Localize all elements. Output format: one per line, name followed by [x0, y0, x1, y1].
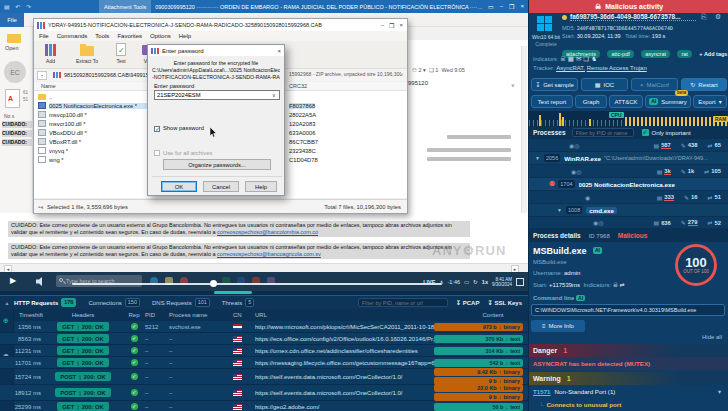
attachment-tools-tab[interactable]: Attachment Tools — [99, 0, 151, 13]
ssl-keys-download-button[interactable]: ↧SSL Keys — [487, 299, 522, 306]
content-badge[interactable]: 9 b↓binary — [434, 393, 523, 401]
content-badge[interactable]: 370 Kb↓text — [434, 335, 523, 343]
close-icon[interactable]: × — [520, 3, 524, 10]
ai-chip[interactable]: AI — [593, 247, 602, 254]
winrar-maximize-icon[interactable]: ❐ — [389, 22, 394, 29]
process-stats-row[interactable]: ◉◎ ▤3k ✎1k ⇄105 — [529, 165, 728, 178]
ai-summary-button[interactable]: AISummary — [645, 95, 691, 108]
crc32-column-header[interactable]: CRC32 — [289, 83, 307, 89]
extract-to-button[interactable]: Extract To — [67, 43, 107, 64]
process-row-cmd[interactable]: ▼ 1008 cmd.exe — [529, 204, 728, 217]
process-stats-row[interactable]: ◉ ▤333 ✎16 ⇄51 — [529, 191, 728, 204]
cancel-button[interactable]: Cancel — [203, 181, 239, 192]
process-stats-row[interactable]: ◉◎ ▤636 ✎279 ⇄52 — [529, 217, 728, 229]
password-dropdown-icon[interactable]: ∨ — [272, 92, 276, 98]
only-important-checkbox[interactable]: ✓ — [642, 129, 649, 136]
help-button[interactable]: Help — [245, 181, 277, 192]
task-uuid[interactable]: fa698795-36d6-4049-8058-6673578... — [570, 13, 696, 21]
maximize-icon[interactable]: ❐ — [509, 3, 514, 10]
content-badge[interactable]: 50 b↓text — [434, 403, 523, 411]
process-filter-input[interactable] — [572, 128, 634, 137]
warning-item[interactable]: T1571 Non-Standard Port (1) ▾ — [529, 385, 728, 398]
play-icon[interactable]: ▶ — [10, 276, 16, 285]
vm-screen[interactable]: ▤ ↶ ↷ Attachment Tools 0900309995120 ···… — [0, 0, 528, 295]
indicator-trojan-icon[interactable]: ♞ — [591, 55, 599, 62]
col-pid[interactable]: PID — [145, 312, 169, 318]
gear-icon[interactable]: ⚙ — [715, 13, 721, 21]
tag-asyncrat[interactable]: asyncrat — [641, 50, 670, 58]
get-sample-button[interactable]: ↧Get sample — [531, 78, 578, 91]
command-line-value[interactable]: C:\WINDOWS\Microsoft.NET\Framework\v4.0.… — [531, 304, 725, 316]
content-badge[interactable]: 314 Kb↓text — [434, 347, 523, 355]
tracker-link-asyncrat[interactable]: AsyncRAT, — [556, 65, 585, 71]
http-request-row[interactable]: 1356 ms GET|200: OK ✓ 5212 svchost.exe h… — [0, 321, 528, 333]
player-progress-handle[interactable] — [210, 280, 217, 287]
graph-button[interactable]: Graph — [575, 95, 607, 108]
hide-all-link[interactable]: Hide all — [702, 334, 722, 340]
content-badge[interactable]: 973 b↓binary — [434, 323, 523, 331]
content-badge[interactable]: 542 b↓text — [434, 359, 523, 367]
add-tags-button[interactable]: + Add tags — [699, 51, 727, 57]
col-url[interactable]: URL — [255, 312, 458, 318]
menu-help[interactable]: Help — [179, 33, 191, 39]
chevron-down-icon[interactable]: ▾ — [423, 67, 426, 73]
name-column-header[interactable]: Name — [41, 83, 56, 89]
indicator-window-icon[interactable]: ▦ — [568, 55, 576, 62]
report-email-link[interactable]: correosospechoso@bancoagricola.com.sv — [217, 251, 321, 257]
danger-item[interactable]: ASYNCRAT has been detected (MUTEX) — [529, 357, 728, 370]
avatar[interactable]: EC — [4, 61, 26, 83]
tag-rat[interactable]: rat — [677, 50, 691, 58]
restart-button[interactable]: ↻Restart — [681, 78, 727, 91]
process-row-winrar[interactable]: ▼ 2056 WinRAR.exe "C:\Users\admin\Downlo… — [529, 152, 728, 165]
http-request-row[interactable]: 8563 ms GET|200: OK ✓ – – https://ecs.of… — [0, 333, 528, 345]
warning-section-header[interactable]: Warning 1 — [529, 372, 728, 385]
menu-options[interactable]: Options — [150, 33, 171, 39]
text-report-button[interactable]: Text report — [531, 95, 573, 108]
tag-attc-pdf[interactable]: attc-pdf — [607, 50, 633, 58]
test-button[interactable]: ✓ Test — [107, 43, 135, 64]
http-request-row[interactable]: 15724 ms POST|200: OK ✓ – – https://self… — [0, 369, 528, 385]
tab-threats[interactable]: Threats5 — [222, 298, 254, 307]
process-stats-row[interactable]: ◉◎ ▤587 ✎438 ⇄65 — [529, 139, 728, 152]
tab-http-requests[interactable]: HTTP Requests178 — [14, 298, 76, 307]
ok-button[interactable]: OK — [161, 181, 197, 192]
export-button[interactable]: Export▾ — [693, 95, 727, 108]
winrar-titlebar[interactable]: YDRAY-949915-NOTIFICACION-ELECTRONICA-J-… — [34, 19, 407, 31]
playback-speed[interactable]: 1x — [482, 279, 488, 285]
pcap-download-button[interactable]: ↧PCAP — [456, 299, 480, 306]
winrar-close-icon[interactable]: × — [399, 22, 403, 29]
file-tab[interactable]: File — [0, 13, 24, 27]
vm-hscrollbar-thumb[interactable] — [214, 291, 252, 294]
tracker-link-rat[interactable]: Remote Access Trojan — [587, 65, 647, 71]
speed-icon[interactable]: ↻ — [473, 279, 478, 285]
collapse-panel-icon[interactable]: ▲ — [0, 300, 14, 306]
indicator-skull-icon[interactable]: ☠ — [560, 55, 568, 62]
content-badge[interactable]: 9.42 Kb↑binary — [434, 368, 523, 376]
col-rep[interactable]: Rep — [123, 312, 145, 318]
expand-chevron-icon[interactable]: ∨ — [511, 82, 515, 88]
collapse-caret-icon[interactable]: ▼ — [535, 155, 540, 161]
http-request-row[interactable]: 18912 ms POST|200: OK ✓ – – https://self… — [0, 385, 528, 401]
password-input[interactable] — [154, 90, 280, 100]
technique-link[interactable]: T1571 — [533, 388, 551, 395]
minimize-icon[interactable]: – — [500, 3, 503, 10]
col-cn[interactable]: CN — [233, 312, 255, 318]
menu-tools[interactable]: Tools — [95, 33, 109, 39]
ribbon-options-icon[interactable]: ▭ — [488, 3, 494, 10]
menu-commands[interactable]: Commands — [57, 33, 88, 39]
add-button[interactable]: Add — [34, 43, 67, 64]
tab-dns-requests[interactable]: DNS Requests101 — [152, 298, 210, 307]
content-badge[interactable]: 22.0 Kb↑binary — [434, 384, 523, 392]
organize-passwords-button[interactable]: Organize passwords... — [163, 159, 271, 170]
ai-chip[interactable]: AI — [576, 295, 585, 301]
col-process-name[interactable]: Process name — [169, 312, 233, 318]
enter-password-dialog[interactable]: Enter password × Enter password for the … — [147, 44, 285, 196]
pdf-attachment-icon[interactable]: A — [5, 89, 20, 108]
share-icon[interactable]: ⎘ — [701, 13, 707, 21]
live-caret-icon[interactable]: ∧ — [439, 279, 443, 285]
warning-subitem[interactable]: └ Connects to unusual port — [529, 398, 728, 411]
pane-scrollbar[interactable] — [521, 46, 527, 236]
process-row-notificacion[interactable]: ⚉ 1704 0025 NotificacionElectronica.exe — [529, 178, 728, 191]
quick-access-icons[interactable]: ▤ ↶ ↷ — [4, 3, 33, 10]
report-email-link[interactable]: correosospechoso@bancolombia.com.co — [217, 229, 318, 235]
